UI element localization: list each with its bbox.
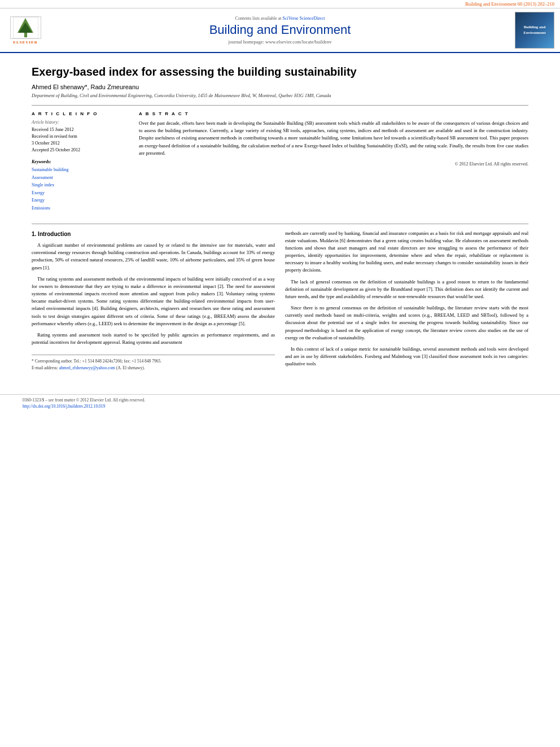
body-para-2: The rating systems and assessment method… <box>32 276 275 327</box>
elsevier-logo: ELSEVIER <box>6 16 45 45</box>
keywords-label: Keywords: <box>32 159 128 164</box>
body-para-4: methods are currently used by banking, f… <box>285 230 528 274</box>
received-date-1: Received 15 June 2012 <box>32 126 128 133</box>
footnote-area: * Corresponding author. Tel.: +1 514 848… <box>32 355 275 371</box>
journal-center: Contents lists available at SciVerse Sci… <box>45 16 515 45</box>
accepted-date: Accepted 25 October 2012 <box>32 147 128 154</box>
history-label: Article history: <box>32 120 128 125</box>
sciverse-prefix: Contents lists available at <box>235 16 282 21</box>
footer-doi: http://dx.doi.org/10.1016/j.buildenv.201… <box>23 404 537 409</box>
body-columns: 1. Introduction A significant number of … <box>32 230 528 372</box>
footnote-email-suffix: (A. El shenawy). <box>116 365 145 370</box>
footnote-email-link[interactable]: ahmed_elshenawyy@yahoo.com <box>59 365 115 370</box>
body-para-1: A significant number of environmental pr… <box>32 242 275 272</box>
journal-header: ELSEVIER Contents lists available at Sci… <box>0 8 560 53</box>
body-para-5: The lack of general consensus on the def… <box>285 278 528 301</box>
footnote-email-line: E-mail address: ahmed_elshenawyy@yahoo.c… <box>32 365 275 372</box>
received-date-2: 3 October 2012 <box>32 140 128 147</box>
keyword-2[interactable]: Assessment <box>32 174 128 182</box>
keyword-4[interactable]: Exergy <box>32 189 128 197</box>
section-1-heading: 1. Introduction <box>32 230 275 239</box>
elsevier-text: ELSEVIER <box>13 40 37 45</box>
abstract-section: A B S T R A C T Over the past decade, ef… <box>139 111 528 212</box>
received-revised-label: Received in revised form <box>32 133 128 140</box>
footnote-email-label: E-mail address: <box>32 365 58 370</box>
body-para-3: Rating systems and assessment tools star… <box>32 331 275 346</box>
body-para-7: In this context of lack of a unique metr… <box>285 346 528 368</box>
journal-reference: Building and Environment 60 (2013) 202–2… <box>465 1 554 7</box>
keywords-section: Keywords: Sustainable building Assessmen… <box>32 159 128 212</box>
keyword-1[interactable]: Sustainable building <box>32 166 128 174</box>
article-info-panel: A R T I C L E I N F O Article history: R… <box>32 111 128 212</box>
paper-title: Exergy-based index for assessing the bui… <box>32 64 528 79</box>
journal-title: Building and Environment <box>45 23 515 37</box>
keyword-6[interactable]: Emissions <box>32 204 128 212</box>
footer-doi-link[interactable]: http://dx.doi.org/10.1016/j.buildenv.201… <box>23 404 105 409</box>
footer-bar: 0360-1323/$ – see front matter © 2012 El… <box>0 394 560 412</box>
abstract-heading: A B S T R A C T <box>139 111 528 116</box>
journal-reference-bar: Building and Environment 60 (2013) 202–2… <box>0 0 560 8</box>
journal-cover-image: Building and Environment <box>515 12 554 49</box>
paper-affiliation: Department of Building, Civil and Enviro… <box>32 93 528 98</box>
footer-issn: 0360-1323/$ – see front matter © 2012 El… <box>23 397 537 403</box>
svg-rect-1 <box>24 33 27 37</box>
article-meta-section: A R T I C L E I N F O Article history: R… <box>32 111 528 212</box>
journal-cover-text: Building and Environment <box>523 25 546 35</box>
body-col-right: methods are currently used by banking, f… <box>285 230 528 372</box>
article-info-heading: A R T I C L E I N F O <box>32 111 128 116</box>
abstract-text: Over the past decade, efforts have been … <box>139 120 528 157</box>
body-para-6: Since there is no general consensus on t… <box>285 304 528 342</box>
title-divider <box>32 105 528 106</box>
paper-authors: Ahmed El shenawy*, Radu Zmeureanu <box>32 84 528 90</box>
journal-homepage: journal homepage: www.elsevier.com/locat… <box>45 39 515 45</box>
body-col-left: 1. Introduction A significant number of … <box>32 230 275 372</box>
keyword-3[interactable]: Single index <box>32 181 128 189</box>
footnote-corresponding: * Corresponding author. Tel.: +1 514 848… <box>32 358 275 365</box>
copyright-line: © 2012 Elsevier Ltd. All rights reserved… <box>139 161 528 167</box>
keyword-5[interactable]: Energy <box>32 196 128 204</box>
sciverse-line: Contents lists available at SciVerse Sci… <box>45 16 515 21</box>
paper-container: Exergy-based index for assessing the bui… <box>9 53 551 383</box>
sciverse-link[interactable]: SciVerse ScienceDirect <box>283 16 325 21</box>
elsevier-tree-icon <box>10 16 41 39</box>
abstract-body-divider <box>32 224 528 224</box>
